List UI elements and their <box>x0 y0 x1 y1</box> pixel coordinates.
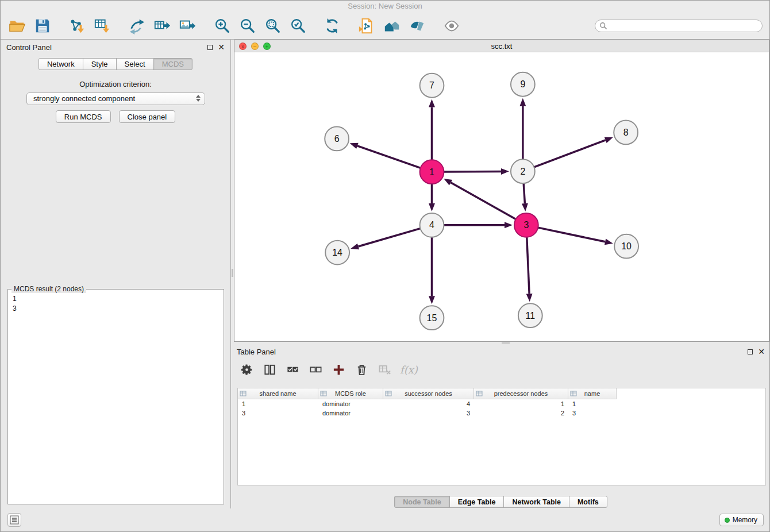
table-cell[interactable]: 1 <box>568 399 617 408</box>
node-label: 4 <box>429 220 434 230</box>
open-file-button[interactable] <box>7 16 27 36</box>
zoom-in-button[interactable] <box>212 16 232 36</box>
tab-mcds[interactable]: MCDS <box>153 58 192 70</box>
memory-button[interactable]: Memory <box>719 514 764 526</box>
tab-edge-table[interactable]: Edge Table <box>449 496 505 508</box>
graph-node-14[interactable]: 14 <box>325 241 349 265</box>
tab-network[interactable]: Network <box>38 58 83 70</box>
home-icon <box>383 17 401 34</box>
zoom-selected-button[interactable] <box>288 16 307 36</box>
graph-edge-2-9[interactable] <box>519 98 526 160</box>
zoom-fit-button[interactable] <box>263 16 282 36</box>
graph-node-10[interactable]: 10 <box>614 234 638 259</box>
table-cell[interactable]: 3 <box>238 408 318 418</box>
graph-edge-2-8[interactable] <box>534 137 613 167</box>
search-input[interactable] <box>595 20 763 32</box>
add-row-button[interactable] <box>331 362 346 377</box>
mcds-result-legend: MCDS result (2 nodes) <box>11 285 86 293</box>
column-header-predecessor-nodes[interactable]: predecessor nodes <box>474 388 568 399</box>
close-panel-icon[interactable]: ✕ <box>218 44 225 51</box>
table-cell[interactable]: 1 <box>474 399 568 408</box>
home-button[interactable] <box>382 16 402 36</box>
graph-node-1[interactable]: 1 <box>420 160 444 184</box>
graphics-details-button[interactable] <box>407 16 427 36</box>
network-window-titlebar: x – + scc.txt <box>234 40 769 52</box>
table-cell[interactable]: 4 <box>383 399 474 408</box>
graph-node-3[interactable]: 3 <box>514 213 538 237</box>
graph-edge-2-3[interactable] <box>522 183 528 211</box>
import-table-icon <box>94 17 111 34</box>
minimize-window-button[interactable]: – <box>251 43 259 50</box>
table-cell[interactable]: 3 <box>568 408 617 418</box>
export-network-button[interactable] <box>127 16 147 36</box>
task-history-button[interactable] <box>7 513 21 527</box>
export-table-icon <box>153 17 171 34</box>
close-window-button[interactable]: x <box>239 43 247 50</box>
node-table: shared nameMCDS rolesuccessor nodesprede… <box>237 388 766 485</box>
tab-select[interactable]: Select <box>116 58 154 70</box>
control-panel-title: Control Panel <box>6 43 52 52</box>
export-image-button[interactable] <box>178 16 197 36</box>
column-header-MCDS-role[interactable]: MCDS role <box>318 388 383 399</box>
network-document-button[interactable] <box>357 16 376 36</box>
graph-edge-1-7[interactable] <box>429 99 435 160</box>
tab-motifs[interactable]: Motifs <box>569 496 607 508</box>
graph-node-6[interactable]: 6 <box>325 126 349 151</box>
float-table-panel-icon[interactable] <box>748 349 753 354</box>
vertical-splitter-grip[interactable] <box>232 269 233 277</box>
close-table-panel-icon[interactable]: ✕ <box>758 348 765 355</box>
import-table-button[interactable] <box>93 16 112 36</box>
network-graph: 7968124314101511 <box>234 52 769 341</box>
criterion-dropdown[interactable]: strongly connected component <box>26 92 205 105</box>
tab-style[interactable]: Style <box>83 58 117 70</box>
graph-edge-3-10[interactable] <box>538 228 613 245</box>
graph-node-15[interactable]: 15 <box>420 306 444 330</box>
column-header-successor-nodes[interactable]: successor nodes <box>383 388 474 399</box>
table-cell[interactable]: 2 <box>474 408 568 418</box>
horizontal-splitter-grip[interactable] <box>502 342 510 344</box>
deselect-all-button[interactable] <box>308 362 324 377</box>
save-session-button[interactable] <box>33 16 52 36</box>
zoom-out-button[interactable] <box>237 16 257 36</box>
graph-node-4[interactable]: 4 <box>420 213 444 237</box>
table-cell[interactable]: 3 <box>383 408 474 418</box>
export-table-button[interactable] <box>152 16 172 36</box>
close-panel-button[interactable]: Close panel <box>119 110 176 123</box>
tab-network-table[interactable]: Network Table <box>503 496 569 508</box>
graph-edge-4-14[interactable] <box>351 229 420 250</box>
graph-edge-1-2[interactable] <box>444 168 509 175</box>
float-panel-icon[interactable] <box>207 45 213 50</box>
graph-edge-3-1[interactable] <box>444 179 515 219</box>
table-cell[interactable]: 1 <box>238 399 318 408</box>
import-network-button[interactable] <box>67 16 87 36</box>
column-header-name[interactable]: name <box>568 388 617 399</box>
gear-button[interactable] <box>239 362 255 377</box>
table-cell[interactable]: dominator <box>318 399 383 408</box>
graph-edge-4-15[interactable] <box>429 237 435 304</box>
save-session-icon <box>34 17 51 34</box>
graph-edge-3-11[interactable] <box>526 237 533 302</box>
run-mcds-button[interactable]: Run MCDS <box>56 110 111 123</box>
graph-node-11[interactable]: 11 <box>518 303 542 327</box>
graph-edge-1-6[interactable] <box>350 143 421 168</box>
graph-edge-1-4[interactable] <box>429 184 435 211</box>
table-row[interactable]: 3dominator323 <box>238 408 765 418</box>
tab-node-table[interactable]: Node Table <box>394 496 449 508</box>
graph-node-8[interactable]: 8 <box>614 121 638 145</box>
eye-button[interactable] <box>442 16 461 36</box>
graph-node-2[interactable]: 2 <box>511 159 535 183</box>
column-header-shared-name[interactable]: shared name <box>238 388 318 399</box>
delete-row-button[interactable] <box>354 362 369 377</box>
delete-row-icon <box>355 363 368 376</box>
graph-node-7[interactable]: 7 <box>420 74 444 98</box>
refresh-button[interactable] <box>322 16 342 36</box>
toolbar-group <box>322 16 342 36</box>
network-canvas[interactable]: 7968124314101511 <box>234 52 769 341</box>
select-all-button[interactable] <box>285 362 301 377</box>
zoom-window-button[interactable]: + <box>263 43 271 50</box>
columns-button[interactable] <box>262 362 278 377</box>
graph-node-9[interactable]: 9 <box>511 72 535 97</box>
table-row[interactable]: 1dominator411 <box>238 399 765 408</box>
table-cell[interactable]: dominator <box>318 408 383 418</box>
graph-edge-4-3[interactable] <box>444 222 513 228</box>
